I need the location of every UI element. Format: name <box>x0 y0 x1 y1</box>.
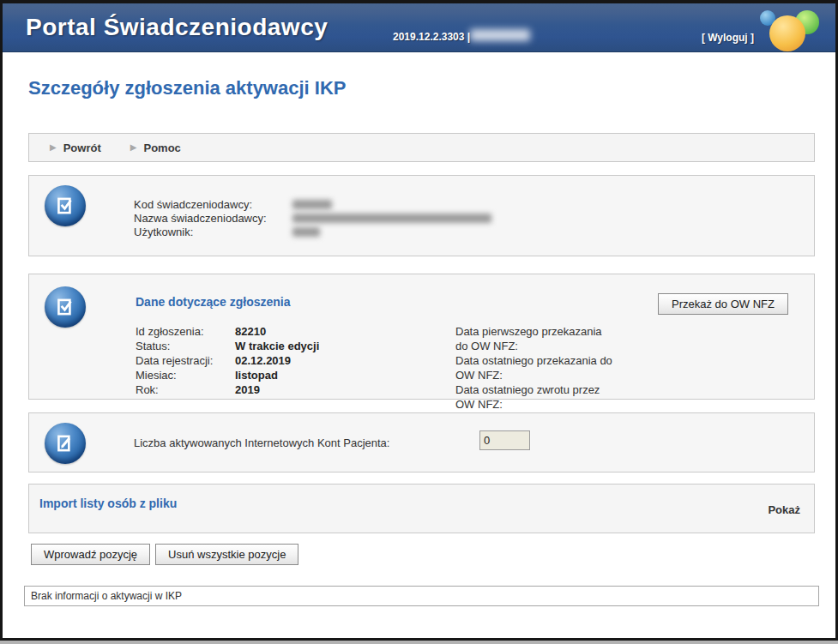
field-label: Status: <box>136 339 235 353</box>
toolbar: ▶ Powrót ▶ Pomoc <box>28 133 815 162</box>
redacted-value <box>292 227 320 237</box>
user-row: Użytkownik: <box>134 226 491 239</box>
activation-count-box: Liczba aktywowanych Internetowych Kont P… <box>28 412 815 472</box>
submission-right-fields: Data pierwszego przekazania do OW NFZ: D… <box>455 324 614 412</box>
action-button-row: Wprowadź pozycję Usuń wszystkie pozycje <box>31 544 298 565</box>
nav-item-powrot[interactable]: ▶ Powrót <box>50 141 101 154</box>
arrow-right-icon: ▶ <box>130 143 137 152</box>
field-label: Data ostatniego przekazania do OW NFZ: <box>455 353 614 382</box>
page-title: Szczegóły zgłoszenia aktywacji IKP <box>28 77 346 99</box>
portal-page: Portal Świadczeniodawcy 2019.12.2.3303 |… <box>0 0 838 641</box>
field-label: Data pierwszego przekazania do OW NFZ: <box>455 324 614 353</box>
app-title: Portal Świadczeniodawcy <box>26 14 328 41</box>
checklist-icon <box>45 286 86 328</box>
add-position-button[interactable]: Wprowadź pozycję <box>31 544 150 565</box>
field-value: 02.12.2019 <box>235 353 291 368</box>
nav-item-label: Powrót <box>63 141 101 154</box>
field-label: Nazwa świadczeniodawcy: <box>134 212 292 226</box>
submission-heading: Dane dotyczące zgłoszenia <box>136 295 291 309</box>
no-activation-info-message: Brak informacji o aktywacji w IKP <box>24 586 819 606</box>
version-label: 2019.12.2.3303 | <box>393 31 470 43</box>
activation-count-label: Liczba aktywowanych Internetowych Kont P… <box>134 436 389 449</box>
import-section: Import listy osób z pliku Pokaż <box>28 484 815 533</box>
activation-count-input[interactable] <box>479 430 530 450</box>
nav-item-pomoc[interactable]: ▶ Pomoc <box>130 141 181 154</box>
field-label: Kod świadczeniodawcy: <box>134 198 292 212</box>
field-label: Rok: <box>136 382 235 397</box>
field-label: Data rejestracji: <box>136 353 235 368</box>
field-label: Data ostatniego zwrotu przez OW NFZ: <box>455 382 614 412</box>
arrow-right-icon: ▶ <box>50 143 57 152</box>
field-value: W trakcie edycji <box>235 339 319 353</box>
field-label: Id zgłoszenia: <box>136 324 235 339</box>
redacted-value <box>292 214 491 223</box>
app-header: Portal Świadczeniodawcy 2019.12.2.3303 |… <box>3 3 835 52</box>
balloons-logo-icon <box>758 7 820 53</box>
field-value: listopad <box>235 368 278 382</box>
field-value: 2019 <box>235 382 260 397</box>
checklist-icon <box>45 185 86 226</box>
logged-in-user-redacted <box>470 29 530 41</box>
edit-document-icon <box>45 423 86 464</box>
provider-code-row: Kod świadczeniodawcy: <box>134 198 491 212</box>
field-label: Użytkownik: <box>134 226 292 239</box>
transfer-to-ow-nfz-button[interactable]: Przekaż do OW NFZ <box>658 293 788 315</box>
submission-data-box: Dane dotyczące zgłoszenia Przekaż do OW … <box>28 274 815 400</box>
show-toggle-link[interactable]: Pokaż <box>768 503 800 516</box>
submission-left-fields: Id zgłoszenia: 82210 Status: W trakcie e… <box>136 324 319 397</box>
provider-name-row: Nazwa świadczeniodawcy: <box>134 212 491 226</box>
import-section-heading: Import listy osób z pliku <box>39 497 177 510</box>
redacted-value <box>292 200 332 209</box>
logout-link[interactable]: [ Wyloguj ] <box>702 32 754 44</box>
provider-info-box: Kod świadczeniodawcy: Nazwa świadczeniod… <box>28 175 815 256</box>
field-value: 82210 <box>235 324 266 339</box>
nav-item-label: Pomoc <box>143 141 180 154</box>
delete-all-positions-button[interactable]: Usuń wszystkie pozycje <box>155 544 298 565</box>
field-label: Miesiac: <box>136 368 235 382</box>
